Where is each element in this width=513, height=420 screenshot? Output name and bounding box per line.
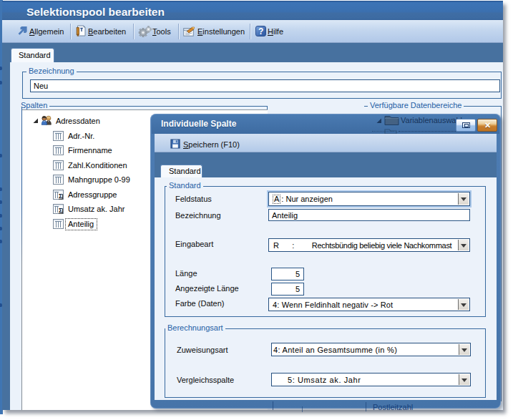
svg-text:Σ: Σ: [59, 207, 63, 214]
svg-text:Σ: Σ: [59, 192, 63, 200]
